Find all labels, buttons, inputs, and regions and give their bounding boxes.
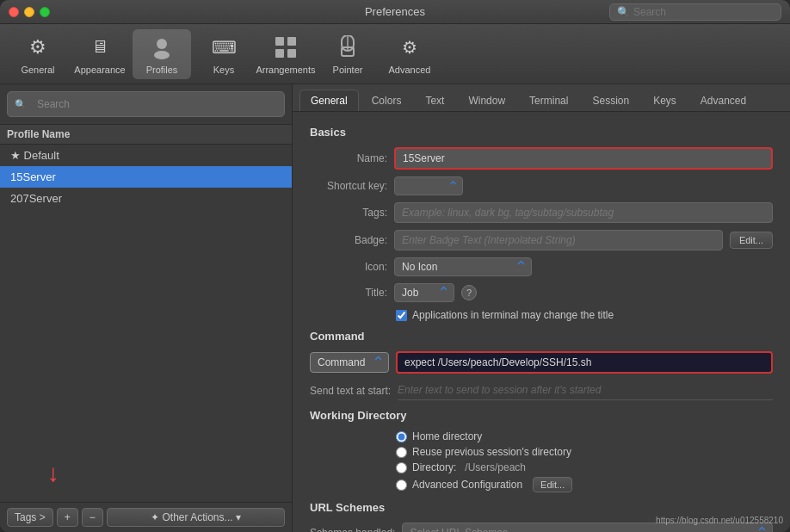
title-help-icon[interactable]: ? (461, 285, 477, 300)
command-row: Command ⌃ (310, 351, 773, 374)
tab-text-label: Text (425, 95, 444, 107)
add-profile-button[interactable]: + (57, 508, 78, 527)
name-input[interactable] (394, 147, 773, 170)
tab-colors-label: Colors (372, 95, 402, 107)
remove-icon: − (89, 511, 96, 523)
sidebar-footer: ↓ Tags > + − ✦ Other Actions... ▾ (0, 502, 292, 532)
svg-rect-5 (287, 49, 296, 58)
custom-dir-label: Directory: (412, 461, 456, 473)
tab-keys[interactable]: Keys (642, 90, 688, 111)
toolbar-item-keys[interactable]: ⌨ Keys (194, 29, 253, 79)
radio-advanced-config: Advanced Configuration Edit... (396, 477, 773, 492)
custom-dir-radio[interactable] (396, 462, 407, 473)
tags-button[interactable]: Tags > (7, 508, 53, 527)
titlebar-search-bar[interactable]: 🔍 (609, 3, 781, 21)
maximize-button[interactable] (40, 7, 50, 17)
other-actions-dropdown-icon: ▾ (236, 511, 241, 523)
tab-terminal-label: Terminal (529, 95, 568, 107)
sidebar: 🔍 Profile Name ★ Default 15Server 207Ser… (0, 84, 293, 532)
basics-section-title: Basics (310, 126, 773, 139)
title-row: Title: Job ⌃ ? (310, 283, 773, 302)
arrangements-icon (272, 34, 299, 61)
command-input[interactable] (396, 351, 773, 374)
shortcut-label: Shortcut key: (310, 180, 387, 192)
schemes-label: Schemes handled: (310, 527, 395, 532)
command-section-title: Command (310, 330, 773, 343)
command-type-wrapper: Command ⌃ (310, 352, 389, 373)
tab-general[interactable]: General (299, 90, 359, 111)
toolbar-label-general: General (21, 65, 54, 75)
name-label: Name: (310, 152, 387, 164)
preferences-window: Preferences 🔍 ⚙ General 🖥 Appearance Pro… (0, 0, 790, 532)
tab-session[interactable]: Session (581, 90, 640, 111)
reuse-dir-radio[interactable] (396, 447, 407, 458)
profile-name-207server: 207Server (10, 192, 62, 205)
toolbar: ⚙ General 🖥 Appearance Profiles ⌨ Keys (0, 24, 790, 84)
detail-content: Basics Name: Shortcut key: ⌃ (293, 112, 790, 532)
add-icon: + (65, 511, 71, 523)
advanced-icon: ⚙ (396, 34, 423, 61)
close-button[interactable] (9, 7, 19, 17)
main-content: 🔍 Profile Name ★ Default 15Server 207Ser… (0, 84, 790, 532)
general-icon: ⚙ (24, 34, 52, 61)
toolbar-label-keys: Keys (213, 65, 234, 75)
shortcut-row: Shortcut key: ⌃ (310, 176, 773, 195)
search-icon: 🔍 (617, 6, 630, 18)
tabs-bar: General Colors Text Window Terminal Sess… (293, 84, 790, 112)
title-checkbox-row: Applications in terminal may change the … (396, 309, 773, 321)
other-actions-button[interactable]: ✦ Other Actions... ▾ (107, 508, 285, 527)
icon-select[interactable]: No Icon (394, 257, 532, 276)
tab-text[interactable]: Text (414, 90, 455, 111)
title-checkbox[interactable] (396, 310, 407, 321)
profile-item-15server[interactable]: 15Server (0, 166, 292, 188)
toolbar-item-general[interactable]: ⚙ General (9, 29, 67, 79)
tab-terminal[interactable]: Terminal (518, 90, 579, 111)
tab-advanced[interactable]: Advanced (689, 90, 757, 111)
toolbar-item-appearance[interactable]: 🖥 Appearance (71, 29, 129, 79)
titlebar-search-input[interactable] (633, 6, 774, 18)
toolbar-item-profiles[interactable]: Profiles (133, 29, 191, 79)
appearance-icon: 🖥 (86, 34, 114, 61)
tab-advanced-label: Advanced (701, 95, 746, 107)
profile-item-207server[interactable]: 207Server (0, 188, 292, 209)
radio-home: Home directory (396, 430, 773, 442)
shortcut-select[interactable] (394, 176, 463, 195)
badge-input[interactable] (394, 230, 723, 251)
toolbar-item-pointer[interactable]: Pointer (318, 29, 377, 79)
toolbar-item-arrangements[interactable]: Arrangements (256, 29, 315, 79)
home-dir-radio[interactable] (396, 431, 407, 442)
icon-label: Icon: (310, 261, 387, 273)
svg-rect-2 (275, 37, 284, 46)
command-type-select[interactable]: Command (310, 352, 389, 373)
advanced-config-radio[interactable] (396, 479, 407, 491)
red-arrow-indicator: ↓ (47, 460, 59, 487)
toolbar-label-appearance: Appearance (74, 65, 125, 75)
remove-profile-button[interactable]: − (82, 508, 103, 527)
badge-edit-button[interactable]: Edit... (730, 232, 773, 249)
svg-point-0 (157, 39, 167, 49)
advanced-config-label: Advanced Configuration (412, 479, 522, 491)
radio-custom-dir: Directory: /Users/peach (396, 461, 773, 473)
name-row: Name: (310, 147, 773, 170)
radio-reuse: Reuse previous session's directory (396, 446, 773, 458)
sidebar-search-input[interactable] (30, 95, 277, 114)
send-text-label: Send text at start: (310, 385, 391, 397)
tags-input[interactable] (394, 202, 773, 223)
profile-item-default[interactable]: ★ Default (0, 145, 292, 166)
badge-label: Badge: (310, 234, 387, 246)
send-text-row: Send text at start: (310, 380, 773, 400)
tags-field-label: Tags: (310, 207, 387, 219)
tab-general-label: General (311, 95, 348, 107)
other-actions-label: ✦ Other Actions... (151, 511, 232, 523)
send-text-input[interactable] (398, 380, 773, 400)
tab-colors[interactable]: Colors (361, 90, 413, 111)
advanced-config-edit-button[interactable]: Edit... (533, 477, 572, 492)
icon-select-wrapper: No Icon ⌃ (394, 257, 532, 276)
toolbar-item-advanced[interactable]: ⚙ Advanced (380, 29, 439, 79)
title-select[interactable]: Job (394, 283, 454, 302)
title-select-wrapper: Job ⌃ (394, 283, 454, 302)
minimize-button[interactable] (24, 7, 34, 17)
sidebar-search-icon: 🔍 (15, 99, 27, 110)
detail-panel: General Colors Text Window Terminal Sess… (293, 84, 790, 532)
tab-window[interactable]: Window (457, 90, 516, 111)
